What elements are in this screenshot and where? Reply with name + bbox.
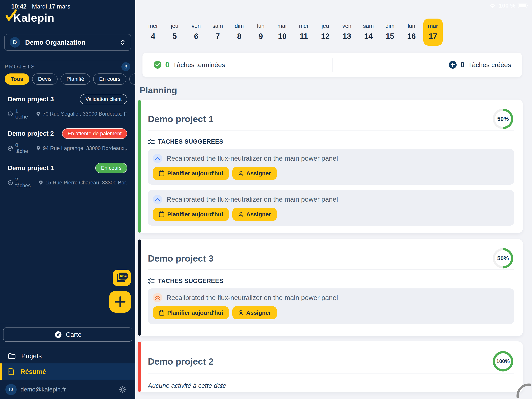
tasks-done-summary: 0 Tâches terminées: [142, 61, 332, 69]
project-name: Demo project 1: [8, 164, 54, 172]
project-address: 15 Rue Pierre Chareau, 33300 Bor...: [45, 180, 127, 186]
filter-chip[interactable]: Devis: [32, 73, 58, 85]
planning-card-demo-project-2: Demo project 2 100% Aucune activité à ce…: [138, 341, 523, 393]
progress-label: 50%: [492, 247, 514, 269]
suggested-tasks-label: TACHES SUGGEREES: [158, 138, 223, 145]
calendar-day[interactable]: mar 10: [272, 19, 292, 46]
filter-chip[interactable]: En cours: [93, 73, 127, 85]
card-status-stripe: [138, 342, 141, 392]
priority-medium-icon: [153, 154, 162, 163]
project-list-item[interactable]: Demo project 1 En cours 2 tâches 15 Rue …: [0, 159, 135, 194]
document-icon: [8, 368, 15, 375]
projects-count-badge: 3: [121, 62, 130, 71]
check-circle-icon: [8, 146, 13, 151]
suggested-tasks-header: TACHES SUGGEREES: [148, 278, 514, 285]
check-circle-icon: [153, 61, 162, 69]
project-status-badge: Validation client: [80, 94, 127, 104]
calendar-strip: mer 4 jeu 5 ven 6 sam 7 dim 8 lun 9 mar …: [143, 19, 443, 46]
calendar-icon: [159, 310, 165, 316]
calendar-day[interactable]: lun 9: [251, 19, 270, 46]
assign-button[interactable]: Assigner: [232, 208, 277, 221]
project-address: 94 Rue Lagrange, 33000 Bordeaux,...: [43, 145, 127, 151]
planning-title: Planning: [139, 85, 177, 95]
calendar-day[interactable]: sam 14: [359, 19, 378, 46]
calendar-day[interactable]: dim 8: [230, 19, 249, 46]
planning-card-demo-project-3: Demo project 3 50% TACHES SUGGEREES: [138, 239, 523, 336]
no-activity-note: Aucune activité à cette date: [148, 382, 514, 398]
chevron-up-down-icon: [120, 39, 126, 45]
person-icon: [238, 310, 244, 316]
user-avatar: D: [6, 384, 17, 395]
project-list: Demo project 3 Validation client 1 tâche…: [0, 90, 135, 194]
location-pin-icon: [39, 180, 43, 185]
project-name: Demo project 2: [8, 130, 54, 137]
calendar-day[interactable]: mer 11: [294, 19, 314, 46]
project-name: Demo project 3: [8, 95, 54, 103]
plan-today-button[interactable]: Planifier aujourd'hui: [153, 208, 229, 221]
filter-chip[interactable]: Planifié: [61, 73, 90, 85]
nav-item-resume[interactable]: Résumé: [0, 363, 135, 380]
plan-today-button[interactable]: Planifier aujourd'hui: [153, 167, 229, 180]
user-email: demo@kalepin.fr: [20, 386, 115, 393]
priority-high-icon: [153, 293, 162, 302]
user-account-row: D demo@kalepin.fr: [0, 380, 135, 399]
filter-chip[interactable]: Vali: [129, 73, 135, 85]
assign-button[interactable]: Assigner: [232, 167, 277, 180]
project-status-badge: En cours: [95, 163, 127, 173]
export-pdf-button[interactable]: PDF: [113, 270, 131, 286]
assign-button[interactable]: Assigner: [232, 306, 277, 319]
card-title: Demo project 2: [148, 356, 214, 367]
active-indicator: [0, 363, 2, 380]
plan-today-button[interactable]: Planifier aujourd'hui: [153, 306, 229, 319]
calendar-day[interactable]: dim 15: [380, 19, 399, 46]
calendar-day[interactable]: jeu 12: [316, 19, 335, 46]
calendar-day[interactable]: mer 4: [143, 19, 163, 46]
divider: [148, 130, 514, 131]
organization-selector[interactable]: D Demo Organization: [4, 34, 131, 51]
settings-gear-icon[interactable]: [119, 386, 127, 393]
compass-icon: [54, 330, 63, 339]
card-title: Demo project 3: [148, 253, 214, 264]
pdf-icon: PDF: [116, 272, 128, 283]
organization-avatar: D: [10, 37, 20, 48]
suggested-tasks-header: TACHES SUGGEREES: [148, 138, 514, 145]
projects-label: PROJETS: [5, 64, 36, 70]
calendar-day[interactable]: mar 17: [423, 19, 443, 46]
calendar-day[interactable]: lun 16: [402, 19, 421, 46]
nav-projets-label: Projets: [21, 352, 42, 360]
tasks-done-label: Tâches terminées: [173, 61, 225, 69]
checklist-icon: [148, 278, 155, 284]
wifi-icon: [489, 3, 496, 8]
calendar-day[interactable]: sam 7: [208, 19, 227, 46]
nav-item-projets[interactable]: Projets: [0, 348, 135, 363]
checklist-icon: [148, 139, 155, 145]
divider: [0, 324, 135, 324]
tasks-created-summary: 0 Tâches créées: [332, 61, 522, 69]
suggested-task: Recalibrated the flux-neutralizer on the…: [148, 149, 514, 185]
task-text: Recalibrated the flux-neutralizer on the…: [166, 154, 338, 162]
map-button[interactable]: Carte: [3, 328, 132, 342]
suggested-task: Recalibrated the flux-neutralizer on the…: [148, 288, 514, 324]
tasks-created-count: 0: [461, 61, 464, 69]
tasks-done-count: 0: [165, 61, 169, 69]
battery-icon: [518, 3, 528, 8]
filter-chip[interactable]: Tous: [5, 73, 29, 85]
calendar-day[interactable]: ven 13: [337, 19, 356, 46]
suggested-task: Recalibrated the flux-neutralizer on the…: [148, 190, 514, 226]
status-bar-right: 100 %: [489, 2, 528, 9]
task-text: Recalibrated the flux-neutralizer on the…: [166, 294, 338, 302]
location-pin-icon: [36, 146, 41, 151]
calendar-day[interactable]: jeu 5: [165, 19, 184, 46]
status-bar-left: 10:42 Mardi 17 mars: [11, 3, 70, 10]
divider: [0, 61, 135, 61]
project-list-item[interactable]: Demo project 3 Validation client 1 tâche…: [0, 90, 135, 125]
progress-ring: 50%: [492, 108, 514, 130]
project-task-count: 0 tâche: [15, 142, 32, 154]
project-task-count: 1 tâche: [15, 108, 32, 120]
add-project-button[interactable]: [109, 291, 131, 313]
logo-text: Kalepin: [13, 11, 54, 24]
folder-icon: [8, 352, 15, 359]
project-list-item[interactable]: Demo project 2 En attente de paiement 0 …: [0, 125, 135, 159]
calendar-day[interactable]: ven 6: [187, 19, 206, 46]
card-status-stripe: [138, 100, 141, 233]
